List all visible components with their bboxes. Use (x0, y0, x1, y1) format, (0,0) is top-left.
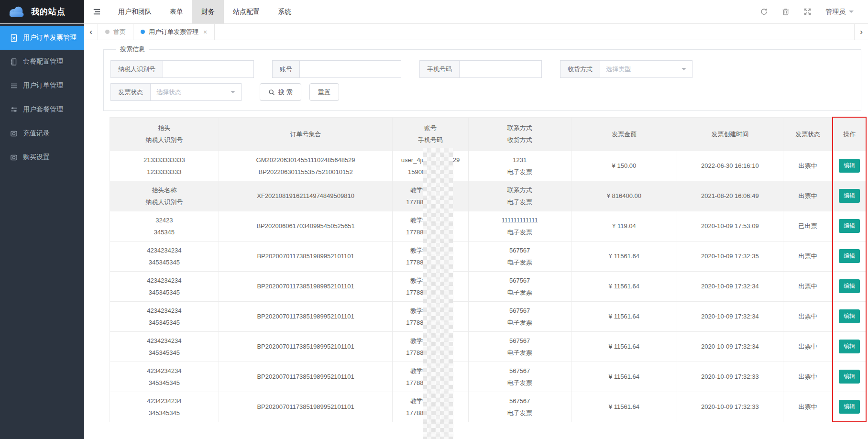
edit-button[interactable]: 编辑 (839, 189, 860, 203)
table-row: 32423345345 BP20200606170340995450525651… (110, 211, 867, 241)
amount-cell: ¥ 11561.64 (571, 241, 677, 271)
fullscreen-icon[interactable] (803, 8, 812, 16)
sidebar-item-package-config-mgmt[interactable]: 套餐配置管理 (0, 50, 84, 74)
tabs-scroll-right-icon[interactable]: › (854, 24, 868, 40)
sidebar-item-label: 用户订单发票管理 (23, 33, 77, 42)
tab-home[interactable]: 首页 (98, 24, 133, 40)
sidebar-item-label: 用户套餐管理 (23, 105, 63, 114)
sidebar-item-user-order-mgmt[interactable]: 用户订单管理 (0, 74, 84, 98)
tab-label: 用户订单发票管理 (149, 28, 198, 36)
purchase-settings-icon (10, 154, 18, 162)
header-contact-delivery: 联系方式 收货方式 (468, 117, 571, 151)
table-row: 2133333333331233333333 GM202206301455111… (110, 151, 867, 181)
main-area: ‹ 首页 用户订单发票管理 × › 搜索信息 纳税人识别号 账号 (84, 24, 868, 439)
edit-button[interactable]: 编辑 (839, 249, 860, 263)
invoice-table: 抬头 纳税人识别号 订单号集合 账号 手机号码 联系方式 收货方式 (110, 117, 867, 422)
sidebar-item-recharge-records[interactable]: 充值记录 (0, 121, 84, 145)
search-row-1: 纳税人识别号 账号 手机号码 收货方式 选择类型 (110, 60, 851, 78)
edit-button[interactable]: 编辑 (839, 279, 860, 293)
header-account-phone: 账号 手机号码 (393, 117, 468, 151)
taxpayer-id-input[interactable] (163, 60, 254, 78)
tab-label: 首页 (113, 28, 126, 36)
caret-down-icon (849, 11, 854, 15)
taxpayer-id-group: 纳税人识别号 (110, 60, 254, 78)
invoice-status-label: 发票状态 (110, 83, 151, 101)
delivery-method-placeholder: 选择类型 (606, 65, 631, 74)
amount-cell: ¥ 816400.00 (571, 181, 677, 211)
header-invoice-created: 发票创建时间 (677, 117, 783, 151)
header-invoice-status: 发票状态 (783, 117, 833, 151)
amount-cell: ¥ 11561.64 (571, 271, 677, 301)
edit-button[interactable]: 编辑 (839, 340, 860, 353)
account-group: 账号 (272, 60, 401, 78)
tab-dot-icon (105, 30, 110, 34)
amount-cell: ¥ 11561.64 (571, 331, 677, 362)
edit-button[interactable]: 编辑 (839, 309, 860, 323)
search-button[interactable]: 搜 索 (260, 83, 301, 101)
trash-icon[interactable] (782, 8, 790, 16)
amount-cell: ¥ 119.04 (571, 211, 677, 241)
created-cell: 2021-08-20 16:06:49 (677, 181, 783, 211)
tab-dot-icon (141, 30, 145, 34)
created-cell: 2020-10-09 17:53:09 (677, 211, 783, 241)
search-button-label: 搜 索 (278, 88, 293, 97)
amount-cell: ¥ 150.00 (571, 151, 677, 181)
collapse-menu-icon[interactable] (84, 0, 109, 23)
reset-button[interactable]: 重置 (309, 83, 339, 101)
header-order-numbers: 订单号集合 (219, 117, 393, 151)
sidebar-item-label: 用户订单管理 (23, 81, 63, 90)
nav-item-forms[interactable]: 表单 (161, 0, 192, 23)
search-panel-legend: 搜索信息 (116, 45, 149, 54)
created-cell: 2020-10-09 17:32:34 (677, 331, 783, 362)
account-input[interactable] (300, 60, 401, 78)
tab-bar: ‹ 首页 用户订单发票管理 × › (84, 24, 868, 40)
phone-input[interactable] (460, 60, 542, 78)
delivery-method-group: 收货方式 选择类型 (560, 60, 692, 78)
invoice-status-select[interactable]: 选择状态 (151, 83, 242, 101)
delivery-method-select[interactable]: 选择类型 (600, 60, 692, 78)
status-badge: 出票中 (783, 181, 833, 211)
table-row: 4234234234345345345 BP202007011738519899… (110, 362, 867, 392)
table-row: 4234234234345345345 BP202007011738519899… (110, 331, 867, 362)
reset-button-label: 重置 (318, 88, 330, 97)
tabs-scroll-left-icon[interactable]: ‹ (84, 24, 98, 40)
nav-item-site-config[interactable]: 站点配置 (224, 0, 269, 23)
top-right-tools: 管理员 (760, 0, 868, 23)
table-row: 4234234234345345345 BP202007011738519899… (110, 301, 867, 331)
sliders-icon (10, 106, 18, 114)
edit-button[interactable]: 编辑 (839, 159, 860, 173)
sidebar-item-purchase-settings[interactable]: 购买设置 (0, 145, 84, 169)
tab-close-icon[interactable]: × (203, 28, 207, 36)
page: 我的站点 用户和团队 表单 财务 站点配置 系统 (0, 0, 868, 439)
cloud-logo-icon (7, 5, 27, 19)
amount-cell: ¥ 11561.64 (571, 362, 677, 392)
sidebar-item-user-order-invoice-mgmt[interactable]: 用户订单发票管理 (0, 26, 84, 50)
status-badge: 出票中 (783, 392, 833, 422)
admin-user-menu[interactable]: 管理员 (825, 8, 854, 16)
caret-down-icon (231, 91, 235, 96)
amount-cell: ¥ 11561.64 (571, 301, 677, 331)
status-badge: 出票中 (783, 362, 833, 392)
tab-user-order-invoice-mgmt[interactable]: 用户订单发票管理 × (133, 24, 215, 40)
invoice-status-placeholder: 选择状态 (156, 88, 181, 97)
nav-item-users-teams[interactable]: 用户和团队 (109, 0, 161, 23)
edit-button[interactable]: 编辑 (839, 400, 860, 414)
refresh-icon[interactable] (760, 8, 768, 16)
status-badge: 出票中 (783, 301, 833, 331)
order-list-icon (10, 82, 18, 90)
status-badge: 出票中 (783, 331, 833, 362)
edit-button[interactable]: 编辑 (839, 219, 860, 233)
nav-item-finance[interactable]: 财务 (192, 0, 224, 23)
status-badge: 出票中 (783, 241, 833, 271)
sidebar-item-user-package-mgmt[interactable]: 用户套餐管理 (0, 98, 84, 121)
package-config-icon (10, 58, 18, 66)
nav-item-system[interactable]: 系统 (269, 0, 300, 23)
account-label: 账号 (272, 60, 300, 78)
created-cell: 2020-10-09 17:32:34 (677, 301, 783, 331)
status-badge: 出票中 (783, 271, 833, 301)
admin-label: 管理员 (825, 8, 846, 16)
edit-button[interactable]: 编辑 (839, 370, 860, 384)
delivery-method-label: 收货方式 (560, 60, 600, 78)
table-row: 4234234234345345345 BP202007011738519899… (110, 392, 867, 422)
sidebar-item-label: 购买设置 (23, 153, 50, 162)
